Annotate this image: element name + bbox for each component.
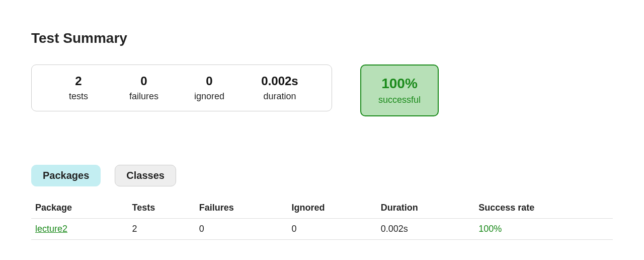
table-header-row: Package Tests Failures Ignored Duration …: [31, 198, 613, 219]
col-ignored: Ignored: [288, 198, 377, 219]
col-duration: Duration: [377, 198, 475, 219]
summary-row: 2 tests 0 failures 0 ignored 0.002s dura…: [31, 64, 613, 116]
stat-failures: 0 failures: [111, 74, 177, 102]
stat-duration-label: duration: [263, 91, 296, 102]
cell-failures: 0: [195, 219, 288, 240]
stat-failures-value: 0: [140, 74, 147, 88]
stat-tests-value: 2: [75, 74, 82, 88]
stat-tests: 2 tests: [46, 74, 111, 102]
stat-duration: 0.002s duration: [242, 74, 317, 102]
col-tests: Tests: [128, 198, 195, 219]
cell-tests: 2: [128, 219, 195, 240]
stat-ignored-value: 0: [206, 74, 212, 88]
stat-tests-label: tests: [69, 91, 88, 102]
table-row: lecture2 2 0 0 0.002s 100%: [31, 219, 613, 240]
stat-ignored-label: ignored: [194, 91, 224, 102]
tab-classes[interactable]: Classes: [115, 165, 176, 186]
cell-package: lecture2: [31, 219, 128, 240]
cell-success-rate: 100%: [474, 219, 613, 240]
stats-box: 2 tests 0 failures 0 ignored 0.002s dura…: [31, 64, 332, 111]
package-link[interactable]: lecture2: [35, 224, 67, 234]
page-title: Test Summary: [31, 30, 613, 46]
cell-ignored: 0: [288, 219, 377, 240]
stat-ignored: 0 ignored: [177, 74, 242, 102]
success-label: successful: [378, 95, 421, 105]
col-success-rate: Success rate: [474, 198, 613, 219]
success-percent: 100%: [381, 76, 418, 92]
results-table: Package Tests Failures Ignored Duration …: [31, 198, 613, 240]
success-box: 100% successful: [360, 64, 439, 116]
tab-packages[interactable]: Packages: [31, 165, 101, 186]
col-package: Package: [31, 198, 128, 219]
cell-duration: 0.002s: [377, 219, 475, 240]
col-failures: Failures: [195, 198, 288, 219]
stat-duration-value: 0.002s: [261, 74, 298, 88]
tabs: Packages Classes: [31, 165, 613, 186]
stat-failures-label: failures: [129, 91, 158, 102]
